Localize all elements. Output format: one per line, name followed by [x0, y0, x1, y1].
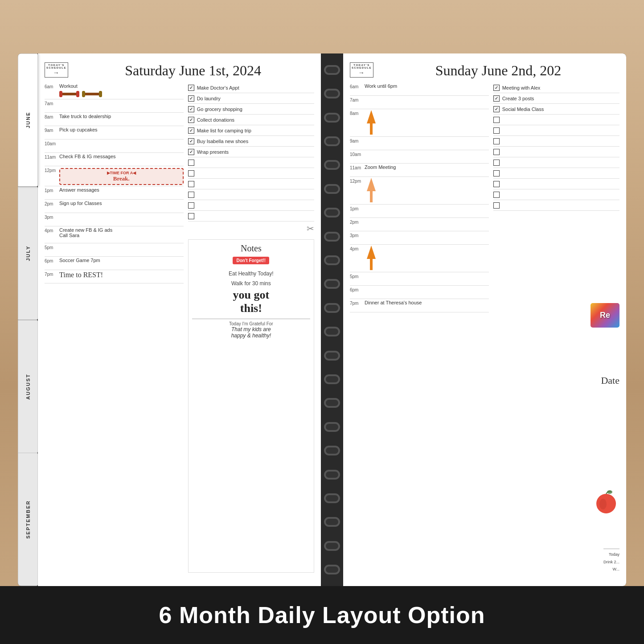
- left-page: TODAY'S SCHEDULE → Saturday June 1st, 20…: [38, 53, 321, 586]
- grateful-section: Today I'm Grateful For That my kids areh…: [192, 319, 310, 339]
- task-right-empty-3: [493, 136, 619, 147]
- time-slot-3pm-right: 3pm: [350, 231, 489, 245]
- time-slot-6pm-right: 6pm: [350, 286, 489, 299]
- task-empty-1: [188, 157, 314, 168]
- caption-text: 6 Month Daily Layout Option: [159, 602, 485, 628]
- tab-july[interactable]: JULY: [18, 187, 38, 320]
- today-schedule-label-right: TODAY'S SCHEDULE →: [350, 62, 373, 78]
- svg-rect-0: [62, 93, 77, 95]
- spiral-ring: [324, 303, 340, 313]
- scissors-icon: ✂: [188, 223, 314, 234]
- spiral-ring: [324, 136, 340, 146]
- spiral-ring: [324, 493, 340, 503]
- svg-point-11: [607, 490, 612, 494]
- time-slot-5pm-right: 5pm: [350, 272, 489, 286]
- task-social-media-class: ✓ Social Media Class: [493, 104, 619, 115]
- motivational-text: you gotthis!: [192, 288, 310, 315]
- task-create-posts: ✓ Create 3 posts: [493, 93, 619, 104]
- spiral-ring: [324, 422, 340, 432]
- spiral-ring: [324, 232, 340, 242]
- orange-arrow-2: [365, 178, 378, 202]
- svg-marker-7: [367, 178, 376, 202]
- spiral-ring: [324, 351, 340, 361]
- task-right-empty-7: [493, 179, 619, 189]
- dumbbell-right: [82, 90, 102, 98]
- time-slot-11am-right: 11am Zoom Meeting: [350, 164, 489, 177]
- task-donations: ✓ Collect donations: [188, 115, 314, 125]
- notes-title: Notes: [192, 243, 310, 254]
- today-schedule-label-left: TODAY'S SCHEDULE →: [45, 62, 68, 78]
- task-right-empty-8: [493, 189, 619, 200]
- task-meeting-alex: ✓ Meeting with Alex: [493, 82, 619, 93]
- orange-arrow-3: [365, 246, 378, 270]
- spiral-ring: [324, 517, 340, 527]
- time-slot-10am-right: 10am: [350, 150, 489, 164]
- task-isabella-shoes: ✓ Buy Isabella new shoes: [188, 136, 314, 147]
- time-slot-4pm-left: 4pm Create new FB & IG ads Call Sara: [45, 226, 184, 243]
- time-slot-9am-left: 9am Pick up cupcakes: [45, 126, 184, 139]
- tab-august[interactable]: AUGUST: [18, 320, 38, 453]
- break-sticker: ▶TIME FOR A◀ Break.: [59, 168, 184, 185]
- time-slot-7am-right: 7am: [350, 96, 489, 109]
- left-page-header: TODAY'S SCHEDULE → Saturday June 1st, 20…: [45, 62, 314, 79]
- spiral-ring: [324, 184, 340, 194]
- time-slot-10am-left: 10am: [45, 139, 184, 153]
- task-right-empty-4: [493, 147, 619, 157]
- time-slot-5pm-left: 5pm: [45, 243, 184, 257]
- left-page-columns: 6am Workout: [45, 82, 314, 573]
- task-empty-6: [188, 211, 314, 222]
- spiral-ring: [324, 113, 340, 123]
- task-empty-3: [188, 179, 314, 189]
- task-list-right: ✓ Meeting with Alex ✓ Create 3 posts ✓ S…: [493, 82, 619, 211]
- task-make-doctor: ✓ Make Doctor's Appt: [188, 82, 314, 93]
- task-right-empty-5: [493, 157, 619, 168]
- right-page-columns: 6am Work until 6pm 7am 8am: [350, 82, 619, 573]
- left-page-date: Saturday June 1st, 2024: [72, 62, 314, 79]
- right-tasks-column: ✓ Meeting with Alex ✓ Create 3 posts ✓ S…: [493, 82, 619, 573]
- time-slot-12pm-right: 12pm: [350, 177, 489, 205]
- svg-rect-3: [84, 93, 100, 95]
- spiral-ring: [324, 327, 340, 336]
- fruit-decoration: [594, 489, 619, 514]
- task-list-left: ✓ Make Doctor's Appt ✓ Do laundry ✓ Go g…: [188, 82, 314, 222]
- left-tasks-column: ✓ Make Doctor's Appt ✓ Do laundry ✓ Go g…: [188, 82, 314, 573]
- spiral-ring: [324, 446, 340, 455]
- task-right-empty-6: [493, 168, 619, 179]
- spiral-ring: [324, 208, 340, 217]
- task-right-empty-1: [493, 115, 619, 125]
- svg-marker-8: [367, 246, 376, 270]
- time-slot-9am-right: 9am: [350, 137, 489, 150]
- spiral-ring: [324, 65, 340, 75]
- schedule-arrow-left: →: [53, 69, 60, 76]
- time-slot-8am-left: 8am Take truck to dealership: [45, 113, 184, 126]
- task-right-empty-2: [493, 125, 619, 136]
- grateful-text: That my kids arehappy & healthy!: [192, 326, 310, 339]
- left-schedule-column: 6am Workout: [45, 82, 184, 573]
- spiral-ring: [324, 89, 340, 98]
- orange-arrow-1: [365, 110, 378, 135]
- time-slot-2pm-left: 2pm Sign up for Classes: [45, 200, 184, 213]
- book-container: JUNE JULY AUGUST SEPTEMBER TODAY'S SCHED…: [18, 53, 626, 586]
- spiral-ring: [324, 255, 340, 265]
- svg-marker-6: [367, 110, 376, 135]
- task-empty-2: [188, 168, 314, 179]
- task-wrap-presents: ✓ Wrap presents: [188, 147, 314, 157]
- right-page: TODAY'S SCHEDULE → Sunday June 2nd, 202 …: [343, 53, 626, 586]
- tab-september[interactable]: SEPTEMBER: [18, 453, 38, 586]
- svg-rect-5: [99, 91, 102, 97]
- workout-dumbbells: [59, 90, 184, 98]
- rest-text: Time to REST!: [59, 271, 103, 279]
- task-empty-5: [188, 200, 314, 211]
- colorful-sticker: Re: [591, 303, 619, 328]
- tab-june[interactable]: JUNE: [18, 53, 38, 187]
- task-grocery: ✓ Go grocery shopping: [188, 104, 314, 115]
- time-slot-12pm-left: 12pm ▶TIME FOR A◀ Break.: [45, 166, 184, 186]
- sticker-text: Re: [600, 311, 610, 320]
- dumbbell-left: [59, 90, 79, 98]
- spiral-ring: [324, 398, 340, 408]
- notes-section: Notes Don't Forget!! Eat Healthy Today! …: [188, 239, 314, 573]
- time-slot-1pm-right: 1pm: [350, 205, 489, 218]
- dont-forget-badge: Don't Forget!!: [233, 257, 269, 264]
- right-page-header: TODAY'S SCHEDULE → Sunday June 2nd, 202: [350, 62, 619, 79]
- time-slot-4pm-right: 4pm: [350, 245, 489, 272]
